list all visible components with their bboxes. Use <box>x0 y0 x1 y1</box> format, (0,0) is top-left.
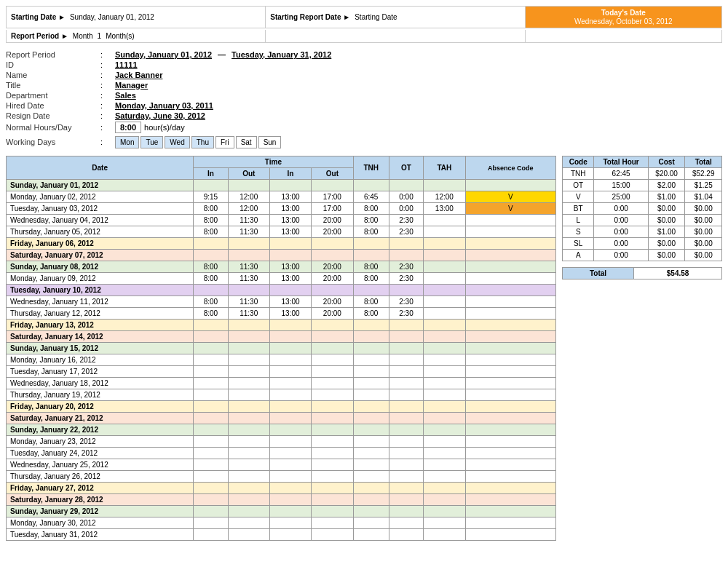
col-tnh: TNH <box>353 156 389 180</box>
department-value: Sales <box>115 91 136 100</box>
summary-row: SL0:00$0.00$0.00 <box>563 238 722 250</box>
summary-col-hour: Total Hour <box>594 156 648 168</box>
col-time: Time <box>194 156 353 168</box>
starting-date-cell: Starting Date ► Sunday, January 01, 2012 <box>7 7 266 28</box>
report-period-month: Month <box>73 32 93 40</box>
summary-col-cost: Cost <box>648 156 685 168</box>
summary-wrap: Code Total Hour Cost Total TNH62:45$20.0… <box>562 156 722 541</box>
summary-col-code: Code <box>563 156 594 168</box>
col-in2: In <box>269 168 311 180</box>
col-tah: TAH <box>424 156 465 180</box>
starting-date-value: Sunday, January 01, 2012 <box>70 13 154 21</box>
summary-total-table: Total $54.58 <box>562 267 722 279</box>
main-layout: Date Time TNH OT TAH Absence Code In Out… <box>6 156 722 541</box>
name-value: Jack Banner <box>115 71 162 79</box>
today-date-value: Wednesday, October 03, 2012 <box>574 17 673 25</box>
table-row: Wednesday, January 04, 20128:0011:3013:0… <box>7 215 556 226</box>
table-row: Friday, January 20, 2012 <box>7 401 556 413</box>
hired-value: Monday, January 03, 2011 <box>115 101 213 110</box>
table-row: Monday, January 16, 2012 <box>7 354 556 366</box>
table-row: Monday, January 23, 2012 <box>7 436 556 448</box>
working-days-key: Working Days <box>6 138 100 146</box>
summary-row: A0:00$0.00$0.00 <box>563 250 722 261</box>
table-row: Wednesday, January 25, 2012 <box>7 459 556 471</box>
summary-row: S0:00$1.00$0.00 <box>563 226 722 238</box>
table-row: Friday, January 13, 2012 <box>7 320 556 331</box>
report-period-key: Report Period <box>6 50 100 59</box>
report-period-label: Report Period ► <box>11 32 68 40</box>
table-row: Tuesday, January 24, 2012 <box>7 448 556 459</box>
table-row: Saturday, January 14, 2012 <box>7 331 556 343</box>
table-row: Tuesday, January 03, 20128:0012:0013:001… <box>7 203 556 215</box>
col-ot: OT <box>389 156 423 180</box>
summary-row: OT15:00$2.00$1.25 <box>563 180 722 191</box>
table-row: Sunday, January 01, 2012 <box>7 180 556 191</box>
day-box-sun: Sun <box>258 136 282 148</box>
table-row: Monday, January 02, 20129:1512:0013:0017… <box>7 191 556 203</box>
summary-row: V25:00$1.00$1.04 <box>563 191 722 203</box>
table-row: Friday, January 27, 2012 <box>7 483 556 494</box>
table-row: Sunday, January 08, 20128:0011:3013:0020… <box>7 261 556 273</box>
report-period-cell: Report Period ► Month 1 Month(s) <box>7 30 266 42</box>
working-days-boxes: MonTueWedThuFriSatSun <box>115 136 281 148</box>
today-date-label: Today's Date <box>601 9 646 17</box>
day-box-sat: Sat <box>236 136 257 148</box>
report-period-spacer <box>266 30 525 42</box>
summary-col-total: Total <box>685 156 722 168</box>
normal-hours-key: Normal Hours/Day <box>6 123 100 132</box>
today-date-cell: Today's Date Wednesday, October 03, 2012 <box>526 7 721 28</box>
starting-date-label: Starting Date ► <box>11 13 66 21</box>
working-days-row: Working Days : MonTueWedThuFriSatSun <box>6 135 722 148</box>
summary-row: BT0:00$0.00$0.00 <box>563 203 722 215</box>
table-row: Sunday, January 15, 2012 <box>7 343 556 354</box>
name-row: Name : Jack Banner <box>6 71 722 79</box>
table-row: Tuesday, January 10, 2012 <box>7 285 556 296</box>
col-out1: Out <box>228 168 269 180</box>
table-row: Thursday, January 05, 20128:0011:3013:00… <box>7 226 556 238</box>
report-period-row: Report Period : Sunday, January 01, 2012… <box>6 50 722 59</box>
report-period-num: 1 <box>98 32 102 40</box>
starting-report-cell: Starting Report Date ► Starting Date <box>266 7 525 28</box>
report-period-months: Month(s) <box>106 32 134 40</box>
normal-hours-value: 8:00 <box>115 122 141 133</box>
timesheet-wrap: Date Time TNH OT TAH Absence Code In Out… <box>6 156 556 541</box>
table-row: Saturday, January 28, 2012 <box>7 494 556 506</box>
table-row: Saturday, January 21, 2012 <box>7 413 556 424</box>
department-key: Department <box>6 91 100 100</box>
table-row: Friday, January 06, 2012 <box>7 238 556 250</box>
report-period-start: Sunday, January 01, 2012 <box>115 50 212 59</box>
table-row: Thursday, January 12, 20128:0011:3013:00… <box>7 308 556 320</box>
summary-total-label: Total <box>563 268 634 279</box>
table-row: Thursday, January 26, 2012 <box>7 471 556 483</box>
col-in1: In <box>194 168 228 180</box>
summary-total-value: $54.58 <box>634 268 722 279</box>
starting-report-label: Starting Report Date ► <box>270 13 350 21</box>
info-section: Report Period : Sunday, January 01, 2012… <box>6 50 722 148</box>
normal-hours-unit: hour(s)/day <box>144 123 185 132</box>
summary-row: L0:00$0.00$0.00 <box>563 215 722 226</box>
title-key: Title <box>6 81 100 90</box>
resign-key: Resign Date <box>6 111 100 120</box>
table-row: Tuesday, January 31, 2012 <box>7 529 556 541</box>
table-row: Thursday, January 19, 2012 <box>7 389 556 401</box>
timesheet-table: Date Time TNH OT TAH Absence Code In Out… <box>6 156 556 541</box>
day-box-tue: Tue <box>141 136 163 148</box>
title-value: Manager <box>115 81 148 90</box>
day-box-mon: Mon <box>115 136 139 148</box>
id-key: ID <box>6 60 100 69</box>
day-box-fri: Fri <box>215 136 234 148</box>
col-date: Date <box>7 156 194 180</box>
id-value: 11111 <box>115 60 138 69</box>
table-row: Tuesday, January 17, 2012 <box>7 366 556 378</box>
summary-table: Code Total Hour Cost Total TNH62:45$20.0… <box>562 156 722 261</box>
col-out2: Out <box>312 168 353 180</box>
today-spacer <box>526 30 721 42</box>
report-period-end: Tuesday, January 31, 2012 <box>232 50 331 59</box>
id-row: ID : 11111 <box>6 60 722 69</box>
department-row: Department : Sales <box>6 91 722 100</box>
starting-report-value: Starting Date <box>355 13 397 21</box>
table-row: Sunday, January 22, 2012 <box>7 424 556 436</box>
hired-key: Hired Date <box>6 101 100 110</box>
hired-row: Hired Date : Monday, January 03, 2011 <box>6 101 722 110</box>
table-row: Wednesday, January 18, 2012 <box>7 378 556 389</box>
